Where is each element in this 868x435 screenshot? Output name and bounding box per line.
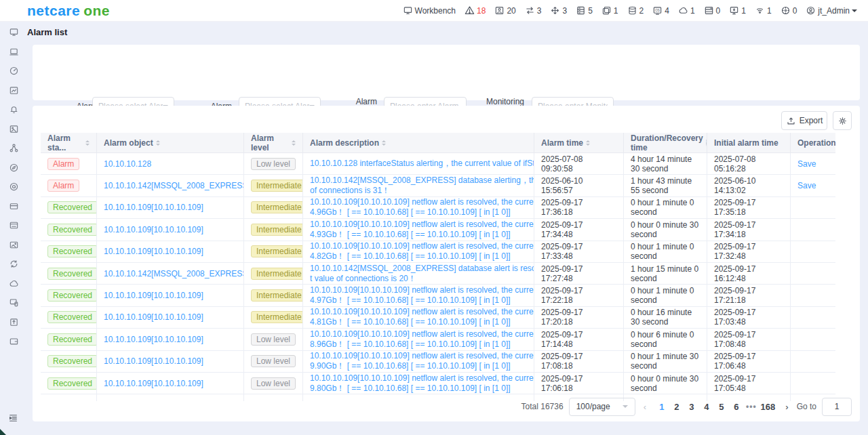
alarm-description[interactable]: 10.10.10.1[10000WG-S-HW] switching Resta… xyxy=(310,400,534,401)
alarm-object-link[interactable]: 10.10.10.109[10.10.10.109] xyxy=(104,335,203,344)
sidebar-frame-icon[interactable] xyxy=(9,240,19,250)
sidebar-dashboard-icon[interactable] xyxy=(9,66,19,76)
sidebar-compass-icon[interactable] xyxy=(9,163,19,173)
database-counter[interactable]: 2 xyxy=(627,5,644,16)
alarm-object-link[interactable]: 10.10.10.109[10.10.10.109] xyxy=(104,203,203,212)
alarm-object-link[interactable]: 10.10.10.128 xyxy=(104,159,151,169)
host-counter[interactable]: 20 xyxy=(494,5,515,16)
page-number-1[interactable]: 1 xyxy=(654,402,669,412)
sort-icon[interactable] xyxy=(586,140,590,146)
server-counter[interactable]: 5 xyxy=(576,5,593,16)
alarm-description[interactable]: 10.10.10.109[10.10.10.109] netflow alert… xyxy=(310,307,534,327)
sidebar-bell-icon[interactable] xyxy=(9,104,19,115)
sidebar-cloud-icon[interactable] xyxy=(9,278,19,289)
wireless-counter[interactable]: 1 xyxy=(755,5,772,16)
save-link[interactable]: Save xyxy=(797,159,816,169)
initial-time-cell: 2025-07-08 05:16:28 xyxy=(707,153,791,174)
alarm-description[interactable]: 10.10.10.142[MSSQL_2008_EXPRESS] databas… xyxy=(310,264,534,284)
column-settings-button[interactable] xyxy=(833,111,852,130)
page-number-3[interactable]: 3 xyxy=(684,402,699,412)
alarm-object-link[interactable]: 10.10.10.109[10.10.10.109] xyxy=(104,225,203,234)
alarm-description[interactable]: 10.10.10.109[10.10.10.109] netflow alert… xyxy=(310,373,534,394)
sidebar-card-icon[interactable] xyxy=(9,201,19,211)
sort-icon[interactable] xyxy=(156,140,160,146)
alarm-level-cell: Low level xyxy=(244,351,303,372)
alarm-description[interactable]: 10.10.10.109[10.10.10.109] netflow alert… xyxy=(310,329,534,350)
alarm-description[interactable]: 10.10.10.109[10.10.10.109] netflow alert… xyxy=(310,197,534,218)
alarm-object-link[interactable]: 10.10.10.109[10.10.10.109] xyxy=(104,356,203,366)
page-number-5[interactable]: 5 xyxy=(714,402,729,412)
sidebar-shield-icon[interactable] xyxy=(9,182,19,192)
save-link[interactable]: Save xyxy=(797,181,816,190)
alarm-object-link[interactable]: 10.10.10.109[10.10.10.109] xyxy=(104,247,203,256)
page-size-select[interactable]: 100/page xyxy=(569,398,635,416)
page-number-6[interactable]: 6 xyxy=(729,402,744,412)
alarm-description[interactable]: 10.10.10.109[10.10.10.109] netflow alert… xyxy=(310,220,534,240)
alarm-object-link[interactable]: 10.10.10.109[10.10.10.109] xyxy=(104,291,203,300)
sort-icon[interactable] xyxy=(85,140,90,146)
sort-icon[interactable] xyxy=(292,140,296,146)
sidebar-gallery-icon[interactable] xyxy=(9,124,19,134)
terminal-counter[interactable]: 1 xyxy=(729,5,746,16)
level-badge: Low level xyxy=(251,158,296,170)
next-page-button[interactable]: › xyxy=(783,402,791,412)
sidebar-sync-icon[interactable] xyxy=(9,259,19,269)
alarm-object-link[interactable]: 10.10.10.142[MSSQL_2008_EXPRESS] xyxy=(104,181,244,190)
sidebar-monitor-icon[interactable] xyxy=(9,27,19,37)
duration: 0 hour 1 minute 0 second xyxy=(631,286,700,305)
table-row: Recovered10.10.10.109[10.10.10.109]Inter… xyxy=(41,219,835,241)
alarm-object-link[interactable]: 10.10.10.109[10.10.10.109] xyxy=(104,312,203,322)
switch-counter[interactable]: 3 xyxy=(525,5,542,16)
workbench-button[interactable]: Workbench xyxy=(403,5,456,16)
alarm-description[interactable]: 10.10.10.109[10.10.10.109] netflow alert… xyxy=(310,351,534,371)
page-number-168[interactable]: 168 xyxy=(759,402,778,412)
column-header[interactable]: Alarm sta... xyxy=(41,133,97,152)
collapse-icon[interactable] xyxy=(8,413,18,423)
page-number-4[interactable]: 4 xyxy=(699,402,714,412)
sidebar-wallet-icon[interactable] xyxy=(9,336,19,346)
page-title[interactable]: Alarm list xyxy=(27,27,67,37)
more-pages-icon[interactable]: ••• xyxy=(744,402,759,411)
router-counter[interactable]: 3 xyxy=(550,5,567,16)
sort-icon[interactable] xyxy=(382,140,386,146)
operation-cell xyxy=(791,329,835,350)
export-button[interactable]: Export xyxy=(781,111,827,130)
column-header[interactable]: Alarm description xyxy=(303,133,534,152)
sidebar-export-box-icon[interactable] xyxy=(9,317,19,327)
page-number-2[interactable]: 2 xyxy=(669,402,684,412)
alarm-status-cell: Recovered xyxy=(41,197,97,218)
cloud-counter[interactable]: 1 xyxy=(678,5,695,16)
user-menu[interactable]: jt_Admin xyxy=(806,5,857,16)
alarm-level-cell: Low level xyxy=(244,329,303,350)
prev-page-button[interactable]: ‹ xyxy=(641,402,649,412)
alarm-time-cell: 2025-09-17 17:08:18 xyxy=(534,351,624,372)
sidebar-icon-list xyxy=(9,27,19,356)
storage-counter[interactable]: 0 xyxy=(704,5,721,16)
column-header[interactable]: Alarm time xyxy=(534,133,624,152)
sidebar-topology-icon[interactable] xyxy=(9,143,19,153)
alarm-description[interactable]: 10.10.10.128 interfaceStatus alerting，th… xyxy=(310,159,534,169)
alarm-description[interactable]: 10.10.10.109[10.10.10.109] netflow alert… xyxy=(310,285,534,306)
alarm-status-cell: Recovered xyxy=(41,263,97,284)
column-header[interactable]: Alarm object xyxy=(97,133,244,152)
alarm-description[interactable]: 10.10.10.142[MSSQL_2008_EXPRESS] databas… xyxy=(310,175,534,196)
sidebar-chart-icon[interactable] xyxy=(9,85,19,96)
duration: 1 hour 15 minute 0 second xyxy=(631,264,700,283)
alarm-description-cell: 10.10.10.1[10000WG-S-HW] switching Resta… xyxy=(303,394,534,401)
alarm-description[interactable]: 10.10.10.109[10.10.10.109] netflow alert… xyxy=(310,241,534,262)
sidebar-devices-icon[interactable] xyxy=(9,297,19,308)
service-counter[interactable]: 0 xyxy=(781,5,797,16)
sidebar-browser-icon[interactable] xyxy=(9,220,19,230)
alarm-object-link[interactable]: 10.10.10.109[10.10.10.109] xyxy=(104,379,203,388)
os-counter[interactable]: OS4 xyxy=(652,5,669,16)
alarm-counter[interactable]: 18 xyxy=(465,5,486,16)
counter-value: 3 xyxy=(562,6,567,16)
alarm-object-link[interactable]: 10.10.10.142[MSSQL_2008_EXPRESS] xyxy=(104,269,244,278)
vm-counter[interactable]: 1 xyxy=(601,5,618,16)
table-row: Recovered10.10.10.109[10.10.10.109]Inter… xyxy=(41,197,835,219)
sidebar-tablet-icon[interactable] xyxy=(9,47,19,57)
column-header[interactable]: Alarm level xyxy=(244,133,303,152)
goto-page-input[interactable] xyxy=(822,398,852,416)
level-badge: Intermediate xyxy=(251,311,303,323)
duration: 0 hour 0 minute 30 second xyxy=(631,220,700,239)
